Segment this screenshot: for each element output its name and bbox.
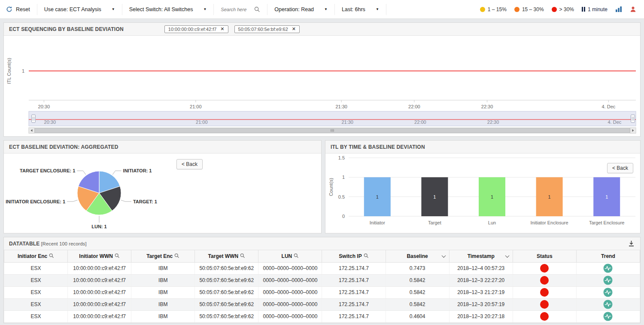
- back-button[interactable]: < Back: [176, 159, 203, 169]
- itl-bar-chart: 00.511.5Count(s)1Initiator1Target1Lun1In…: [325, 153, 640, 233]
- pie-label-connector: [77, 171, 85, 175]
- status-cell: [513, 286, 576, 298]
- switch-select[interactable]: Select Switch: All Switches ▼: [122, 4, 214, 15]
- time-range-label: Last: 6hrs: [342, 6, 365, 12]
- table-cell: 172.25.174.7: [322, 286, 386, 298]
- table-row[interactable]: ESX10:00:00:00:c9:ef:42:f7IBM50:05:07:60…: [4, 310, 640, 322]
- operation-select[interactable]: Operation: Read ▼: [267, 4, 335, 15]
- wwn-filter-chip[interactable]: 10:00:00:00:c9:ef:42:f7✕: [164, 25, 228, 33]
- table-cell: 172.25.174.7: [322, 298, 386, 310]
- trend-cell: [576, 262, 640, 274]
- records-table: Initiator EncInitiator WWNTarget EncTarg…: [4, 250, 640, 323]
- bar-value-label: 1: [548, 194, 551, 199]
- datatable-subtitle: [Recent 100 records]: [41, 241, 87, 246]
- table-row[interactable]: ESX10:00:00:00:c9:ef:42:f7IBM50:05:07:60…: [4, 274, 640, 286]
- reset-button[interactable]: Reset: [4, 4, 37, 15]
- y-axis-title: ITL Count(s): [6, 58, 12, 84]
- download-icon[interactable]: [628, 240, 635, 247]
- bar-value-label: 1: [376, 194, 379, 199]
- chip-label: 50:05:07:60:5e:bf:e9:62: [238, 27, 288, 32]
- table-cell: ESX: [4, 286, 68, 298]
- chart-scrollbar[interactable]: [29, 128, 636, 133]
- y-tick-label: 1: [22, 68, 24, 74]
- legend-item-30: > 30%: [552, 6, 574, 12]
- x-category-label: Target: [428, 220, 441, 225]
- table-cell: IBM: [131, 310, 195, 322]
- bar-chart-icon[interactable]: [615, 6, 622, 12]
- panel-title: ECT BASELINE DEVIATION: AGGREGATED: [9, 144, 118, 150]
- table-cell: 2018–12–3 20:27:18: [449, 310, 513, 322]
- aggregated-content: INITIATOR: 1TARGET: 1LUN: 1INITIATOR ENC…: [4, 153, 321, 233]
- aggregated-deviation-panel: ECT BASELINE DEVIATION: AGGREGATED INITI…: [3, 140, 322, 233]
- x-tick-label: 22:30: [481, 104, 493, 109]
- column-header-trend[interactable]: Trend: [576, 250, 640, 262]
- table-cell: 50:05:07:60:5e:bf:e9:62: [195, 298, 258, 310]
- switch-label: Select Switch: All Switches: [129, 6, 193, 12]
- table-cell: 172.25.174.7: [322, 310, 386, 322]
- pie-label-initiator: INITIATOR: 1: [123, 168, 152, 173]
- sort-chevron-icon[interactable]: [441, 253, 446, 258]
- trend-sparkline-icon[interactable]: [603, 276, 613, 285]
- column-header-initiator-wwn[interactable]: Initiator WWN: [68, 250, 131, 262]
- navigator-handle[interactable]: [32, 115, 36, 123]
- table-row[interactable]: ESX10:00:00:00:c9:ef:42:f7IBM50:05:07:60…: [4, 298, 640, 310]
- column-label: Initiator Enc: [18, 253, 47, 259]
- table-cell: 50:05:07:60:5e:bf:e9:62: [195, 286, 258, 298]
- table-cell: 2018–12–3 21:27:19: [449, 286, 513, 298]
- navigator-tick-label: 22:00: [414, 120, 426, 125]
- column-label: Trend: [601, 253, 615, 259]
- status-cell: [513, 298, 576, 310]
- wwn-filter-chip[interactable]: 50:05:07:60:5e:bf:e9:62✕: [234, 25, 300, 33]
- table-cell: ESX: [4, 274, 68, 286]
- navigator-handle[interactable]: [631, 115, 635, 123]
- column-header-target-wwn[interactable]: Target WWN: [195, 250, 258, 262]
- table-cell: 0000–0000–0000–0000: [258, 286, 322, 298]
- table-cell: 0.5842: [386, 298, 449, 310]
- table-body: ESX10:00:00:00:c9:ef:42:f7IBM50:05:07:60…: [4, 262, 640, 322]
- column-header-initiator-enc[interactable]: Initiator Enc: [4, 250, 68, 262]
- table-cell: 10:00:00:00:c9:ef:42:f7: [68, 298, 131, 310]
- search-input[interactable]: [221, 7, 252, 12]
- table-row[interactable]: ESX10:00:00:00:c9:ef:42:f7IBM50:05:07:60…: [4, 286, 640, 298]
- time-range-select[interactable]: Last: 6hrs ▼: [335, 4, 386, 15]
- pie-label-connector: [112, 171, 121, 175]
- column-header-timestamp[interactable]: Timestamp: [449, 250, 513, 262]
- refresh-interval[interactable]: 1 minute: [582, 6, 608, 12]
- interval-label: 1 minute: [588, 6, 608, 12]
- table-header-row: Initiator EncInitiator WWNTarget EncTarg…: [4, 250, 640, 262]
- table-cell: 50:05:07:60:5e:bf:e9:62: [195, 262, 258, 274]
- chart-navigator[interactable]: 20:3021:0021:3022:0022:304. Dec: [29, 111, 636, 126]
- column-header-lun[interactable]: LUN: [258, 250, 322, 262]
- trend-sparkline-icon[interactable]: [603, 288, 613, 297]
- table-cell: IBM: [131, 274, 195, 286]
- datatable-title: DATATABLE: [9, 241, 40, 247]
- column-header-switch-ip[interactable]: Switch IP: [322, 250, 386, 262]
- table-cell: 10:00:00:00:c9:ef:42:f7: [68, 262, 131, 274]
- search-box[interactable]: [214, 4, 267, 15]
- sort-chevron-icon[interactable]: [505, 253, 509, 258]
- navigator-tick-label: 20:30: [44, 120, 56, 125]
- close-icon[interactable]: ✕: [292, 27, 296, 31]
- close-icon[interactable]: ✕: [220, 27, 224, 31]
- pie-label-initiator-enclosure: INITIATOR ENCLOSURE: 1: [6, 199, 65, 204]
- trend-sparkline-icon[interactable]: [603, 264, 613, 273]
- column-header-baseline[interactable]: Baseline: [386, 250, 449, 262]
- use-case-select[interactable]: Use case: ECT Analysis ▼: [37, 4, 122, 15]
- trend-sparkline-icon[interactable]: [603, 312, 613, 321]
- table-cell: 10:00:00:00:c9:ef:42:f7: [68, 310, 131, 322]
- search-icon: [364, 253, 369, 258]
- column-label: Status: [537, 253, 553, 259]
- trend-sparkline-icon[interactable]: [603, 300, 613, 309]
- search-icon: [49, 253, 54, 258]
- user-icon[interactable]: [630, 6, 636, 12]
- column-label: Target Enc: [146, 253, 173, 259]
- column-header-status[interactable]: Status: [513, 250, 576, 262]
- refresh-icon: [6, 6, 12, 12]
- status-dot-icon: [540, 312, 549, 321]
- column-header-target-enc[interactable]: Target Enc: [131, 250, 195, 262]
- navigator-tick-label: 4. Dec: [608, 120, 621, 125]
- itl-header: ITL BY TIME & BASELINE DEVIATION: [325, 141, 640, 153]
- column-label: Initiator WWN: [79, 253, 113, 259]
- table-row[interactable]: ESX10:00:00:00:c9:ef:42:f7IBM50:05:07:60…: [4, 262, 640, 274]
- back-button[interactable]: < Back: [607, 163, 633, 173]
